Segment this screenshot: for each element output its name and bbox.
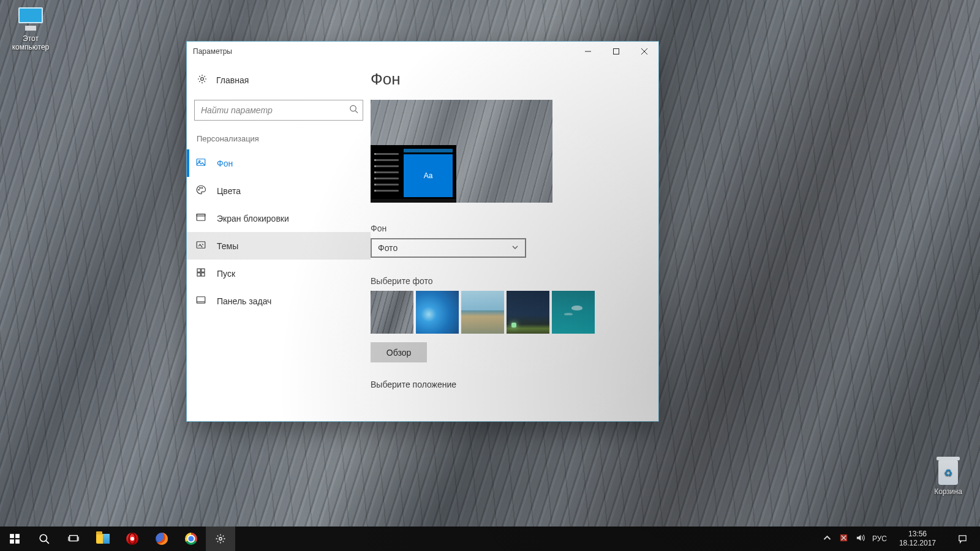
svg-rect-14	[202, 273, 205, 276]
svg-rect-15	[197, 297, 205, 304]
background-type-dropdown[interactable]: Фото	[371, 238, 526, 258]
taskbar-app-opera[interactable]	[118, 527, 147, 551]
photo-thumb-4[interactable]	[507, 291, 549, 334]
svg-rect-18	[10, 539, 14, 544]
taskbar-icon	[195, 294, 206, 307]
palette-icon	[195, 184, 206, 197]
svg-point-2	[350, 105, 356, 111]
desktop-icon-label: Этот компьютер	[6, 34, 55, 51]
photo-thumb-1[interactable]	[371, 291, 413, 334]
task-view-button[interactable]	[59, 527, 88, 551]
tray-date: 18.12.2017	[899, 539, 936, 548]
sidebar-item-colors[interactable]: Цвета	[187, 177, 371, 204]
svg-point-20	[40, 534, 47, 541]
svg-rect-13	[197, 273, 200, 276]
svg-rect-11	[197, 269, 200, 272]
tray-language[interactable]: РУС	[872, 534, 887, 543]
taskbar: РУС 13:56 18.12.2017	[0, 527, 980, 551]
themes-icon	[195, 239, 206, 252]
browse-button[interactable]: Обзор	[371, 342, 427, 362]
taskbar-search-button[interactable]	[29, 527, 59, 551]
picture-icon	[195, 157, 206, 170]
search-input[interactable]	[194, 100, 363, 121]
gear-icon	[197, 73, 208, 86]
start-icon	[195, 267, 206, 280]
desktop-icon-label: Корзина	[924, 487, 973, 496]
taskbar-app-chrome[interactable]	[176, 527, 206, 551]
svg-point-22	[219, 538, 222, 541]
sidebar-item-label: Пуск	[217, 269, 235, 279]
svg-rect-21	[70, 536, 78, 541]
svg-point-1	[201, 78, 204, 81]
photo-thumb-3[interactable]	[461, 291, 504, 334]
sidebar-item-background[interactable]: Фон	[187, 149, 371, 177]
sidebar-item-lockscreen[interactable]: Экран блокировки	[187, 204, 371, 232]
desktop-icon-recycle-bin[interactable]: Корзина	[924, 460, 973, 496]
window-titlebar[interactable]: Параметры	[187, 42, 658, 61]
taskbar-app-settings[interactable]	[206, 527, 235, 551]
svg-rect-12	[202, 269, 205, 272]
sidebar-item-start[interactable]: Пуск	[187, 260, 371, 287]
sidebar-category: Персонализация	[187, 134, 371, 149]
photo-thumb-2[interactable]	[416, 291, 459, 334]
sidebar-item-label: Фон	[217, 159, 233, 168]
desktop-icon-this-pc[interactable]: Этот компьютер	[6, 7, 55, 51]
chevron-down-icon	[511, 243, 519, 253]
window-minimize-button[interactable]	[574, 42, 602, 61]
svg-rect-19	[15, 539, 20, 544]
window-close-button[interactable]	[630, 42, 658, 61]
settings-search[interactable]	[194, 100, 363, 121]
window-maximize-button[interactable]	[602, 42, 630, 61]
svg-rect-10	[197, 242, 205, 249]
sidebar-item-label: Цвета	[217, 186, 241, 196]
photo-thumbnails	[371, 291, 643, 334]
svg-point-5	[198, 189, 200, 190]
sidebar-item-taskbar[interactable]: Панель задач	[187, 287, 371, 315]
tray-security-icon[interactable]	[839, 533, 848, 544]
tray-overflow-button[interactable]	[823, 533, 832, 544]
chrome-icon	[185, 533, 197, 545]
preview-aa: Aa	[404, 154, 453, 197]
tray-clock[interactable]: 13:56 18.12.2017	[894, 530, 941, 548]
sidebar-item-label: Панель задач	[217, 296, 271, 306]
opera-icon	[126, 533, 138, 545]
lockscreen-icon	[195, 212, 206, 225]
dropdown-value: Фото	[378, 243, 398, 253]
taskbar-app-firefox[interactable]	[147, 527, 176, 551]
svg-rect-16	[10, 534, 14, 538]
sidebar-item-label: Экран блокировки	[217, 214, 289, 223]
folder-icon	[96, 534, 110, 544]
sidebar-item-label: Темы	[217, 241, 238, 251]
choose-photo-label: Выберите фото	[371, 276, 643, 286]
firefox-icon	[156, 533, 168, 545]
settings-window: Параметры Главная	[186, 41, 659, 422]
taskbar-app-explorer[interactable]	[88, 527, 118, 551]
sidebar-item-themes[interactable]: Темы	[187, 232, 371, 260]
photo-thumb-5[interactable]	[552, 291, 595, 334]
svg-rect-17	[15, 534, 20, 538]
svg-rect-8	[197, 214, 205, 221]
fit-label: Выберите положение	[371, 380, 643, 389]
action-center-button[interactable]	[948, 534, 976, 544]
settings-main: Фон Aa Фон Фото	[371, 61, 658, 421]
tray-time: 13:56	[899, 530, 936, 539]
settings-sidebar: Главная Персонализация Фон	[187, 61, 371, 421]
background-label: Фон	[371, 223, 643, 233]
search-icon	[349, 105, 358, 116]
home-button[interactable]: Главная	[187, 70, 371, 90]
tray-volume-icon[interactable]	[856, 533, 865, 544]
home-label: Главная	[216, 75, 249, 85]
page-title: Фон	[371, 70, 643, 89]
svg-rect-9	[197, 214, 205, 216]
svg-rect-0	[614, 49, 619, 54]
svg-point-7	[202, 187, 203, 189]
start-button[interactable]	[0, 527, 29, 551]
system-tray: РУС 13:56 18.12.2017	[816, 527, 980, 551]
svg-point-6	[200, 187, 201, 189]
window-title: Параметры	[187, 47, 232, 56]
desktop[interactable]: Этот компьютер Корзина Параметры	[0, 0, 980, 551]
preview-start-menu: Aa	[371, 145, 456, 203]
background-preview: Aa	[371, 100, 552, 203]
svg-rect-24	[959, 535, 965, 540]
